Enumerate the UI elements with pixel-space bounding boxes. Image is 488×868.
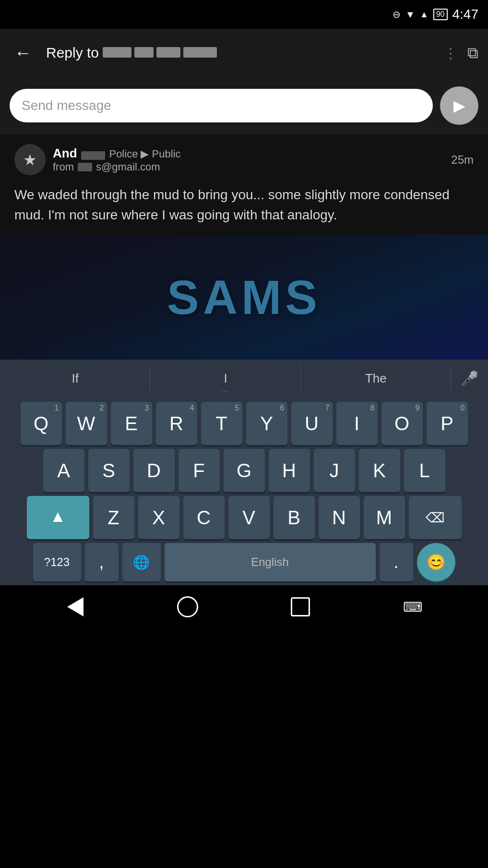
nav-back-button[interactable] bbox=[61, 592, 90, 621]
key-q[interactable]: 1Q bbox=[21, 402, 62, 445]
post-time: 25m bbox=[451, 153, 474, 167]
post-image-text: SAMS bbox=[167, 270, 321, 325]
post-email: s@gmail.com bbox=[96, 161, 160, 173]
emoji-key[interactable]: 😊 bbox=[417, 543, 455, 581]
post-from: from s@gmail.com bbox=[53, 161, 444, 173]
suggestion-middle[interactable]: I ··· bbox=[150, 360, 300, 398]
space-key[interactable]: English bbox=[165, 543, 376, 581]
key-r[interactable]: 4R bbox=[156, 402, 197, 445]
signal-icon: ▲ bbox=[420, 10, 428, 20]
nav-recents-button[interactable] bbox=[286, 592, 315, 621]
nav-back-icon bbox=[67, 597, 83, 616]
key-d[interactable]: D bbox=[133, 449, 175, 492]
key-k[interactable]: K bbox=[359, 449, 400, 492]
app-bar-actions: ⋮ ⧉ bbox=[443, 44, 478, 62]
shift-underline bbox=[48, 527, 68, 528]
post-meta: And Police ▶ Public from s@gmail.com bbox=[53, 146, 444, 173]
key-z[interactable]: Z bbox=[93, 496, 134, 539]
key-n[interactable]: N bbox=[319, 496, 360, 539]
nav-home-button[interactable] bbox=[173, 592, 202, 621]
battery-icon: 90 bbox=[433, 9, 448, 20]
key-i[interactable]: 8I bbox=[336, 402, 378, 445]
nav-bar: ⌨ bbox=[0, 585, 488, 628]
mic-button[interactable]: 🎤 bbox=[451, 360, 488, 398]
from-redact bbox=[78, 163, 92, 171]
key-g[interactable]: G bbox=[224, 449, 265, 492]
post-body: We waded through the mud to bring you...… bbox=[14, 185, 474, 225]
key-o[interactable]: 9O bbox=[381, 402, 423, 445]
keyboard-row-2: A S D F G H J K L bbox=[2, 449, 486, 492]
keyboard-row-1: 1Q 2W 3E 4R 5T 6Y 7U 8I 9O 0P bbox=[2, 402, 486, 445]
nav-keyboard-button[interactable]: ⌨ bbox=[398, 592, 427, 621]
key-s[interactable]: S bbox=[88, 449, 130, 492]
key-t[interactable]: 5T bbox=[201, 402, 242, 445]
keyboard-suggestions: If I ··· The 🎤 bbox=[0, 360, 488, 398]
avatar: ★ bbox=[14, 144, 46, 175]
mic-icon: 🎤 bbox=[461, 370, 478, 387]
redact-3 bbox=[156, 47, 180, 58]
redact-4 bbox=[183, 47, 217, 58]
overflow-icon[interactable]: ⋮ bbox=[443, 45, 458, 61]
keyboard: 1Q 2W 3E 4R 5T 6Y 7U 8I 9O 0P A S D F G … bbox=[0, 398, 488, 585]
shift-key[interactable]: ▲ bbox=[27, 496, 89, 539]
suggestion-left[interactable]: If bbox=[0, 360, 150, 398]
author-redact bbox=[81, 151, 105, 160]
wifi-icon: ▼ bbox=[405, 9, 415, 20]
back-button[interactable]: ← bbox=[10, 38, 36, 68]
key-l[interactable]: L bbox=[404, 449, 445, 492]
post-header: ★ And Police ▶ Public from s@gmail.com 2… bbox=[14, 144, 474, 175]
key-a[interactable]: A bbox=[43, 449, 84, 492]
key-x[interactable]: X bbox=[138, 496, 179, 539]
status-icons: ⊖ ▼ ▲ 90 bbox=[393, 9, 447, 20]
nav-home-icon bbox=[177, 596, 198, 617]
key-c[interactable]: C bbox=[183, 496, 225, 539]
key-h[interactable]: H bbox=[269, 449, 310, 492]
key-w[interactable]: 2W bbox=[66, 402, 107, 445]
period-key[interactable]: . bbox=[380, 543, 413, 581]
send-icon: ▶ bbox=[453, 96, 465, 115]
key-u[interactable]: 7U bbox=[291, 402, 333, 445]
key-v[interactable]: V bbox=[228, 496, 270, 539]
suggestion-right[interactable]: The bbox=[301, 360, 451, 398]
keyboard-row-bottom: ?123 , 🌐 English . 😊 bbox=[2, 543, 486, 581]
app-bar: ← Reply to ⋮ ⧉ bbox=[0, 29, 488, 77]
do-not-disturb-icon: ⊖ bbox=[393, 9, 401, 20]
post-author-line: And Police ▶ Public bbox=[53, 146, 444, 161]
key-e[interactable]: 3E bbox=[111, 402, 152, 445]
redact-2 bbox=[134, 47, 154, 58]
nav-keyboard-icon: ⌨ bbox=[403, 599, 422, 615]
message-input[interactable] bbox=[10, 89, 433, 122]
comma-key[interactable]: , bbox=[85, 543, 119, 581]
num-sym-key[interactable]: ?123 bbox=[33, 543, 81, 581]
globe-key[interactable]: 🌐 bbox=[122, 543, 161, 581]
key-m[interactable]: M bbox=[364, 496, 405, 539]
status-time: 4:47 bbox=[452, 7, 479, 22]
app-bar-title: Reply to bbox=[46, 45, 434, 61]
title-redacted bbox=[103, 47, 217, 58]
key-f[interactable]: F bbox=[179, 449, 220, 492]
nav-recents-icon bbox=[291, 597, 310, 616]
post-author: And bbox=[53, 146, 77, 160]
redact-1 bbox=[103, 47, 131, 58]
external-link-button[interactable]: ⧉ bbox=[467, 44, 478, 62]
post-channel: Police ▶ Public bbox=[109, 148, 180, 160]
post-image: SAMS bbox=[0, 235, 488, 360]
send-button[interactable]: ▶ bbox=[440, 86, 478, 125]
key-j[interactable]: J bbox=[314, 449, 355, 492]
key-b[interactable]: B bbox=[274, 496, 315, 539]
delete-key[interactable]: ⌫ bbox=[409, 496, 462, 539]
message-input-area: ▶ bbox=[0, 77, 488, 134]
suggestion-dots: ··· bbox=[221, 387, 230, 395]
key-p[interactable]: 0P bbox=[427, 402, 468, 445]
status-bar: ⊖ ▼ ▲ 90 4:47 bbox=[0, 0, 488, 29]
keyboard-row-3: ▲ Z X C V B N M ⌫ bbox=[2, 496, 486, 539]
key-y[interactable]: 6Y bbox=[246, 402, 287, 445]
post-area: ★ And Police ▶ Public from s@gmail.com 2… bbox=[0, 134, 488, 235]
